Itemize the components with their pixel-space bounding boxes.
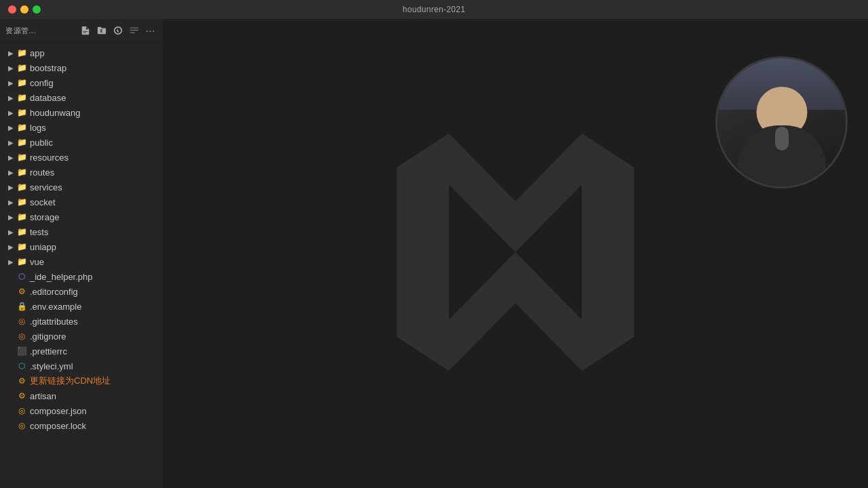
- maximize-button[interactable]: [33, 5, 41, 14]
- file-label: .prettierrc: [30, 346, 67, 357]
- dot-file-icon: ⬛: [16, 346, 27, 357]
- folder-bootstrap[interactable]: ▶ 📁 bootstrap: [0, 60, 163, 75]
- folder-label: tests: [30, 227, 48, 237]
- folder-icon: 📁: [16, 256, 27, 267]
- file-label: .styleci.yml: [30, 361, 73, 371]
- chevron-icon: ▶: [5, 137, 16, 148]
- folder-public[interactable]: ▶ 📁 public: [0, 135, 163, 150]
- person-silhouette: [717, 58, 846, 186]
- collapse-button[interactable]: [127, 24, 141, 37]
- folder-label: bootstrap: [30, 63, 66, 73]
- folder-icon: 📁: [16, 92, 27, 103]
- file-label: _ide_helper.php: [30, 272, 93, 282]
- folder-config[interactable]: ▶ 📁 config: [0, 75, 163, 90]
- traffic-lights: [8, 5, 41, 14]
- folder-label: vue: [30, 257, 44, 267]
- refresh-button[interactable]: [111, 24, 125, 37]
- chevron-icon: ▶: [5, 211, 16, 222]
- folder-icon: 📁: [16, 197, 27, 207]
- folder-icon: 📁: [16, 122, 27, 133]
- folder-label: routes: [30, 167, 54, 178]
- folder-label: config: [30, 78, 54, 88]
- cdn-file-icon: ⚙: [16, 375, 27, 386]
- folder-services[interactable]: ▶ 📁 services: [0, 180, 163, 195]
- vscode-watermark: [380, 117, 651, 390]
- folder-icon: 📁: [16, 167, 27, 178]
- file-editorconfig[interactable]: ⚙ .editorconfig: [0, 284, 163, 299]
- artisan-file-icon: ⚙: [16, 390, 27, 401]
- sidebar-toolbar: 资源管... ···: [0, 19, 163, 43]
- chevron-icon: ▶: [5, 167, 16, 178]
- file-composer-lock[interactable]: ◎ composer.lock: [0, 418, 163, 433]
- file-composer-json[interactable]: ◎ composer.json: [0, 403, 163, 418]
- webcam-overlay: [715, 56, 848, 188]
- chevron-icon: ▶: [5, 92, 16, 103]
- new-file-button[interactable]: [79, 24, 92, 37]
- webcam-feed: [717, 58, 846, 186]
- folder-tests[interactable]: ▶ 📁 tests: [0, 224, 163, 239]
- git-file-icon: ◎: [16, 316, 27, 327]
- file-env-example[interactable]: 🔒 .env.example: [0, 299, 163, 314]
- file-tree: ▶ 📁 app ▶ 📁 bootstrap ▶ 📁 config ▶ 📁 dat…: [0, 43, 163, 488]
- chevron-icon: ▶: [5, 107, 16, 118]
- file-prettierrc[interactable]: ⬛ .prettierrc: [0, 344, 163, 359]
- folder-uniapp[interactable]: ▶ 📁 uniapp: [0, 239, 163, 254]
- titlebar: houdunren-2021: [0, 0, 868, 19]
- chevron-icon: ▶: [5, 77, 16, 88]
- folder-icon: 📁: [16, 137, 27, 148]
- folder-label: services: [30, 182, 62, 192]
- folder-label: storage: [30, 212, 59, 222]
- file-label: composer.lock: [30, 421, 86, 431]
- chevron-icon: ▶: [5, 182, 16, 192]
- folder-app[interactable]: ▶ 📁 app: [0, 45, 163, 60]
- folder-resources[interactable]: ▶ 📁 resources: [0, 150, 163, 165]
- chevron-icon: ▶: [5, 122, 16, 133]
- folder-routes[interactable]: ▶ 📁 routes: [0, 165, 163, 180]
- file-cdn[interactable]: ⚙ 更新链接为CDN地址: [0, 373, 163, 388]
- file-label: .editorconfig: [30, 287, 78, 297]
- file-label: composer.json: [30, 406, 87, 416]
- main-layout: 资源管... ··· ▶ 📁 app: [0, 19, 868, 488]
- folder-label: public: [30, 138, 53, 148]
- php-file-icon: ⬡: [16, 271, 27, 282]
- folder-icon: 📁: [16, 211, 27, 222]
- folder-database[interactable]: ▶ 📁 database: [0, 90, 163, 105]
- file-label: artisan: [30, 391, 56, 401]
- lock-file-icon: ◎: [16, 420, 27, 431]
- file-label: .env.example: [30, 302, 81, 312]
- folder-label: database: [30, 93, 66, 103]
- folder-vue[interactable]: ▶ 📁 vue: [0, 254, 163, 269]
- file-artisan[interactable]: ⚙ artisan: [0, 388, 163, 403]
- more-button[interactable]: ···: [144, 24, 157, 37]
- folder-icon: 📁: [16, 152, 27, 163]
- folder-icon: 📁: [16, 77, 27, 88]
- config-file-icon: ⚙: [16, 286, 27, 297]
- folder-label: socket: [30, 197, 56, 207]
- chevron-icon: ▶: [5, 47, 16, 58]
- chevron-icon: ▶: [5, 152, 16, 163]
- folder-label: resources: [30, 152, 68, 163]
- folder-label: houdunwang: [30, 108, 80, 118]
- folder-label: logs: [30, 123, 46, 133]
- folder-storage[interactable]: ▶ 📁 storage: [0, 209, 163, 224]
- editor-area: [163, 19, 868, 488]
- close-button[interactable]: [8, 5, 16, 14]
- folder-icon: 📁: [16, 182, 27, 192]
- folder-houdunwang[interactable]: ▶ 📁 houdunwang: [0, 105, 163, 120]
- sidebar: 资源管... ··· ▶ 📁 app: [0, 19, 163, 488]
- yaml-file-icon: ⬡: [16, 361, 27, 371]
- chevron-icon: ▶: [5, 197, 16, 207]
- folder-socket[interactable]: ▶ 📁 socket: [0, 195, 163, 209]
- file-gitignore[interactable]: ◎ .gitignore: [0, 329, 163, 344]
- folder-icon: 📁: [16, 62, 27, 73]
- chevron-icon: ▶: [5, 62, 16, 73]
- file-styleci[interactable]: ⬡ .styleci.yml: [0, 359, 163, 373]
- file-gitattributes[interactable]: ◎ .gitattributes: [0, 314, 163, 329]
- file-ide-helper[interactable]: ⬡ _ide_helper.php: [0, 269, 163, 284]
- new-folder-button[interactable]: [95, 24, 108, 37]
- sidebar-title: 资源管...: [5, 26, 36, 36]
- chevron-icon: ▶: [5, 256, 16, 267]
- folder-logs[interactable]: ▶ 📁 logs: [0, 120, 163, 135]
- folder-icon: 📁: [16, 226, 27, 237]
- minimize-button[interactable]: [20, 5, 28, 14]
